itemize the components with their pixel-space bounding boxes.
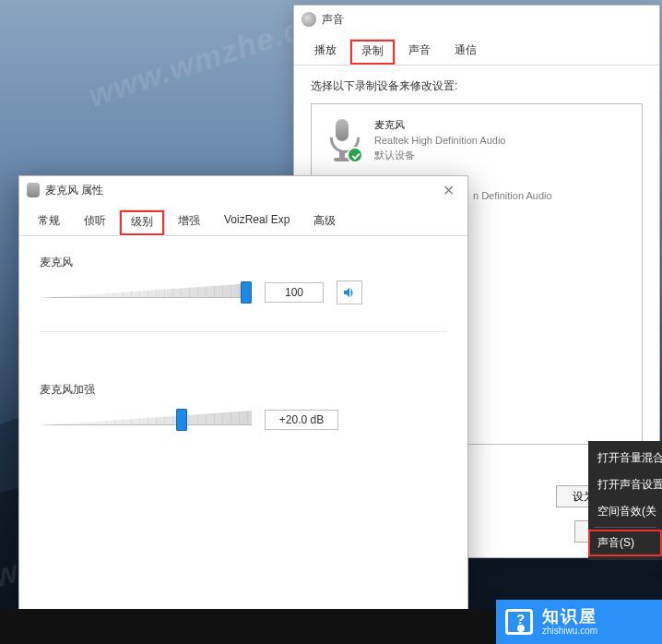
mic-boost-value[interactable]: +20.0 dB <box>265 410 338 430</box>
device-item-mic[interactable]: 麦克风 Realtek High Definition Audio 默认设备 <box>319 112 634 169</box>
ctx-sounds[interactable]: 声音(S) <box>588 530 662 556</box>
branding-block: 知识屋 zhishiwu.com <box>496 600 662 644</box>
close-icon[interactable]: ✕ <box>437 182 460 199</box>
mute-toggle-button[interactable] <box>337 280 362 304</box>
mic-level-group: 麦克风 100 <box>40 255 447 332</box>
default-check-icon <box>347 147 363 163</box>
tab-listen[interactable]: 侦听 <box>73 209 117 235</box>
tab-communications[interactable]: 通信 <box>443 39 488 65</box>
mic-level-label: 麦克风 <box>40 255 447 270</box>
mic-level-slider[interactable] <box>40 280 252 305</box>
tab-sounds[interactable]: 声音 <box>397 39 442 65</box>
branding-logo-icon <box>505 609 533 635</box>
mic-level-value[interactable]: 100 <box>265 282 324 303</box>
tab-recording[interactable]: 录制 <box>349 39 396 66</box>
tab-enhancements[interactable]: 增强 <box>167 209 211 235</box>
recording-prompt: 选择以下录制设备来修改设置: <box>311 78 643 94</box>
sound-title: 声音 <box>322 12 344 28</box>
sound-sysicon <box>301 12 316 27</box>
ctx-open-sound-settings[interactable]: 打开声音设置 <box>588 471 662 498</box>
tray-context-menu: 打开音量混合 打开声音设置 空间音效(关 声音(S) <box>588 441 662 560</box>
device-status: 默认设备 <box>374 148 505 163</box>
mic-title: 麦克风 属性 <box>45 183 103 198</box>
device-desc-partial: n Definition Audio <box>473 190 552 201</box>
mic-tabs: 常规 侦听 级别 增强 VoizReal Exp 高级 <box>19 204 467 236</box>
mic-boost-label: 麦克风加强 <box>40 382 447 398</box>
speaker-icon <box>342 285 357 300</box>
branding-en: zhishiwu.com <box>542 626 597 636</box>
ctx-spatial-audio[interactable]: 空间音效(关 <box>588 498 662 525</box>
device-desc: Realtek High Definition Audio <box>374 133 505 149</box>
mic-titlebar[interactable]: 麦克风 属性 ✕ <box>19 176 467 204</box>
tab-voizreal[interactable]: VoizReal Exp <box>213 209 301 235</box>
branding-cn: 知识屋 <box>542 608 597 626</box>
mic-boost-slider[interactable] <box>40 407 252 433</box>
microphone-icon <box>323 117 365 161</box>
mic-properties-window: 麦克风 属性 ✕ 常规 侦听 级别 增强 VoizReal Exp 高级 麦克风… <box>18 175 468 611</box>
microphone-icon <box>27 183 40 197</box>
tab-advanced[interactable]: 高级 <box>302 209 347 235</box>
mic-body: 麦克风 100 麦克风加强 +20.0 dB <box>19 236 467 505</box>
tab-general[interactable]: 常规 <box>27 209 71 235</box>
tab-levels[interactable]: 级别 <box>119 209 165 236</box>
ctx-open-mixer[interactable]: 打开音量混合 <box>588 445 662 471</box>
sound-tabs: 播放 录制 声音 通信 <box>294 33 659 66</box>
ctx-separator <box>594 527 656 528</box>
mic-boost-group: 麦克风加强 +20.0 dB <box>40 382 447 459</box>
sound-titlebar[interactable]: 声音 <box>294 6 659 33</box>
slider-thumb[interactable] <box>241 281 252 304</box>
slider-thumb[interactable] <box>176 409 187 431</box>
device-text: 麦克风 Realtek High Definition Audio 默认设备 <box>374 117 505 163</box>
device-name: 麦克风 <box>374 117 505 133</box>
tab-playback[interactable]: 播放 <box>303 39 348 65</box>
